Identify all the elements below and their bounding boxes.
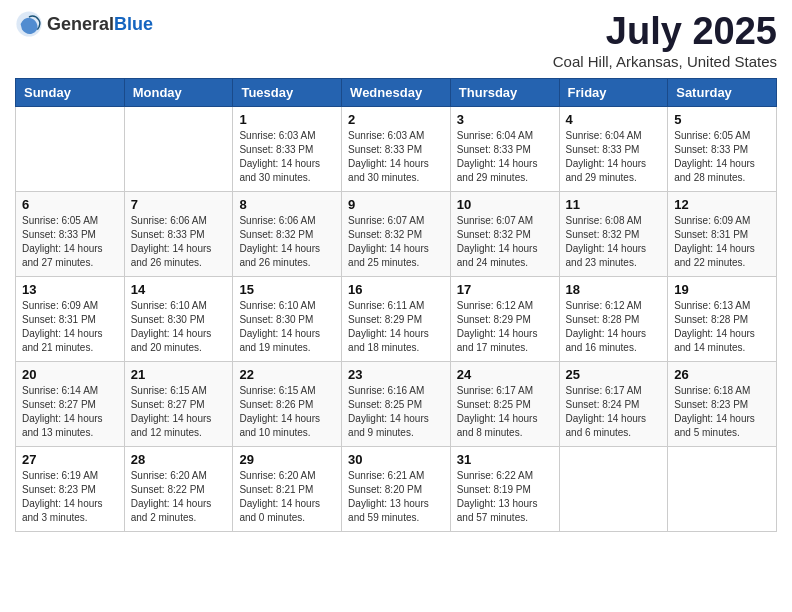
day-number: 26	[674, 367, 770, 382]
calendar-cell: 31Sunrise: 6:22 AM Sunset: 8:19 PM Dayli…	[450, 447, 559, 532]
calendar-cell: 18Sunrise: 6:12 AM Sunset: 8:28 PM Dayli…	[559, 277, 668, 362]
calendar-cell: 12Sunrise: 6:09 AM Sunset: 8:31 PM Dayli…	[668, 192, 777, 277]
day-number: 19	[674, 282, 770, 297]
weekday-header-saturday: Saturday	[668, 79, 777, 107]
calendar-cell: 23Sunrise: 6:16 AM Sunset: 8:25 PM Dayli…	[342, 362, 451, 447]
week-row-2: 6Sunrise: 6:05 AM Sunset: 8:33 PM Daylig…	[16, 192, 777, 277]
day-number: 6	[22, 197, 118, 212]
week-row-5: 27Sunrise: 6:19 AM Sunset: 8:23 PM Dayli…	[16, 447, 777, 532]
day-info: Sunrise: 6:20 AM Sunset: 8:21 PM Dayligh…	[239, 469, 335, 525]
day-number: 22	[239, 367, 335, 382]
calendar: SundayMondayTuesdayWednesdayThursdayFrid…	[15, 78, 777, 532]
day-info: Sunrise: 6:12 AM Sunset: 8:28 PM Dayligh…	[566, 299, 662, 355]
day-number: 2	[348, 112, 444, 127]
day-number: 24	[457, 367, 553, 382]
day-info: Sunrise: 6:06 AM Sunset: 8:32 PM Dayligh…	[239, 214, 335, 270]
day-number: 17	[457, 282, 553, 297]
day-info: Sunrise: 6:10 AM Sunset: 8:30 PM Dayligh…	[131, 299, 227, 355]
day-info: Sunrise: 6:06 AM Sunset: 8:33 PM Dayligh…	[131, 214, 227, 270]
calendar-cell: 15Sunrise: 6:10 AM Sunset: 8:30 PM Dayli…	[233, 277, 342, 362]
day-info: Sunrise: 6:19 AM Sunset: 8:23 PM Dayligh…	[22, 469, 118, 525]
calendar-cell: 14Sunrise: 6:10 AM Sunset: 8:30 PM Dayli…	[124, 277, 233, 362]
calendar-cell: 10Sunrise: 6:07 AM Sunset: 8:32 PM Dayli…	[450, 192, 559, 277]
calendar-cell: 3Sunrise: 6:04 AM Sunset: 8:33 PM Daylig…	[450, 107, 559, 192]
day-info: Sunrise: 6:09 AM Sunset: 8:31 PM Dayligh…	[22, 299, 118, 355]
calendar-cell	[559, 447, 668, 532]
calendar-cell: 29Sunrise: 6:20 AM Sunset: 8:21 PM Dayli…	[233, 447, 342, 532]
calendar-cell: 24Sunrise: 6:17 AM Sunset: 8:25 PM Dayli…	[450, 362, 559, 447]
day-info: Sunrise: 6:15 AM Sunset: 8:26 PM Dayligh…	[239, 384, 335, 440]
day-number: 20	[22, 367, 118, 382]
day-info: Sunrise: 6:16 AM Sunset: 8:25 PM Dayligh…	[348, 384, 444, 440]
day-number: 18	[566, 282, 662, 297]
weekday-header-friday: Friday	[559, 79, 668, 107]
weekday-header-wednesday: Wednesday	[342, 79, 451, 107]
day-info: Sunrise: 6:03 AM Sunset: 8:33 PM Dayligh…	[239, 129, 335, 185]
calendar-cell: 28Sunrise: 6:20 AM Sunset: 8:22 PM Dayli…	[124, 447, 233, 532]
calendar-cell: 22Sunrise: 6:15 AM Sunset: 8:26 PM Dayli…	[233, 362, 342, 447]
calendar-cell: 6Sunrise: 6:05 AM Sunset: 8:33 PM Daylig…	[16, 192, 125, 277]
title-area: July 2025 Coal Hill, Arkansas, United St…	[553, 10, 777, 70]
day-number: 23	[348, 367, 444, 382]
calendar-cell: 5Sunrise: 6:05 AM Sunset: 8:33 PM Daylig…	[668, 107, 777, 192]
day-number: 13	[22, 282, 118, 297]
day-number: 16	[348, 282, 444, 297]
day-info: Sunrise: 6:11 AM Sunset: 8:29 PM Dayligh…	[348, 299, 444, 355]
day-info: Sunrise: 6:12 AM Sunset: 8:29 PM Dayligh…	[457, 299, 553, 355]
day-info: Sunrise: 6:08 AM Sunset: 8:32 PM Dayligh…	[566, 214, 662, 270]
day-number: 3	[457, 112, 553, 127]
day-number: 31	[457, 452, 553, 467]
day-info: Sunrise: 6:15 AM Sunset: 8:27 PM Dayligh…	[131, 384, 227, 440]
day-info: Sunrise: 6:17 AM Sunset: 8:24 PM Dayligh…	[566, 384, 662, 440]
calendar-cell: 19Sunrise: 6:13 AM Sunset: 8:28 PM Dayli…	[668, 277, 777, 362]
logo-blue: Blue	[114, 14, 153, 34]
day-info: Sunrise: 6:22 AM Sunset: 8:19 PM Dayligh…	[457, 469, 553, 525]
calendar-cell: 27Sunrise: 6:19 AM Sunset: 8:23 PM Dayli…	[16, 447, 125, 532]
day-info: Sunrise: 6:03 AM Sunset: 8:33 PM Dayligh…	[348, 129, 444, 185]
day-number: 28	[131, 452, 227, 467]
week-row-1: 1Sunrise: 6:03 AM Sunset: 8:33 PM Daylig…	[16, 107, 777, 192]
day-number: 5	[674, 112, 770, 127]
day-number: 9	[348, 197, 444, 212]
day-info: Sunrise: 6:05 AM Sunset: 8:33 PM Dayligh…	[22, 214, 118, 270]
day-info: Sunrise: 6:10 AM Sunset: 8:30 PM Dayligh…	[239, 299, 335, 355]
weekday-header-row: SundayMondayTuesdayWednesdayThursdayFrid…	[16, 79, 777, 107]
day-number: 27	[22, 452, 118, 467]
day-number: 4	[566, 112, 662, 127]
calendar-cell	[124, 107, 233, 192]
calendar-cell: 2Sunrise: 6:03 AM Sunset: 8:33 PM Daylig…	[342, 107, 451, 192]
calendar-cell: 4Sunrise: 6:04 AM Sunset: 8:33 PM Daylig…	[559, 107, 668, 192]
day-number: 7	[131, 197, 227, 212]
day-number: 11	[566, 197, 662, 212]
day-info: Sunrise: 6:13 AM Sunset: 8:28 PM Dayligh…	[674, 299, 770, 355]
calendar-cell: 25Sunrise: 6:17 AM Sunset: 8:24 PM Dayli…	[559, 362, 668, 447]
day-number: 1	[239, 112, 335, 127]
weekday-header-sunday: Sunday	[16, 79, 125, 107]
day-info: Sunrise: 6:05 AM Sunset: 8:33 PM Dayligh…	[674, 129, 770, 185]
page-header: GeneralBlue July 2025 Coal Hill, Arkansa…	[15, 10, 777, 70]
calendar-cell: 7Sunrise: 6:06 AM Sunset: 8:33 PM Daylig…	[124, 192, 233, 277]
logo-general: General	[47, 14, 114, 34]
main-title: July 2025	[553, 10, 777, 53]
calendar-cell: 16Sunrise: 6:11 AM Sunset: 8:29 PM Dayli…	[342, 277, 451, 362]
weekday-header-monday: Monday	[124, 79, 233, 107]
day-info: Sunrise: 6:21 AM Sunset: 8:20 PM Dayligh…	[348, 469, 444, 525]
calendar-cell: 13Sunrise: 6:09 AM Sunset: 8:31 PM Dayli…	[16, 277, 125, 362]
day-number: 14	[131, 282, 227, 297]
day-info: Sunrise: 6:04 AM Sunset: 8:33 PM Dayligh…	[566, 129, 662, 185]
day-info: Sunrise: 6:14 AM Sunset: 8:27 PM Dayligh…	[22, 384, 118, 440]
day-number: 8	[239, 197, 335, 212]
calendar-cell	[16, 107, 125, 192]
subtitle: Coal Hill, Arkansas, United States	[553, 53, 777, 70]
calendar-cell	[668, 447, 777, 532]
day-number: 21	[131, 367, 227, 382]
week-row-4: 20Sunrise: 6:14 AM Sunset: 8:27 PM Dayli…	[16, 362, 777, 447]
calendar-cell: 8Sunrise: 6:06 AM Sunset: 8:32 PM Daylig…	[233, 192, 342, 277]
day-number: 25	[566, 367, 662, 382]
calendar-cell: 21Sunrise: 6:15 AM Sunset: 8:27 PM Dayli…	[124, 362, 233, 447]
calendar-cell: 17Sunrise: 6:12 AM Sunset: 8:29 PM Dayli…	[450, 277, 559, 362]
day-info: Sunrise: 6:09 AM Sunset: 8:31 PM Dayligh…	[674, 214, 770, 270]
day-info: Sunrise: 6:04 AM Sunset: 8:33 PM Dayligh…	[457, 129, 553, 185]
calendar-cell: 26Sunrise: 6:18 AM Sunset: 8:23 PM Dayli…	[668, 362, 777, 447]
calendar-cell: 9Sunrise: 6:07 AM Sunset: 8:32 PM Daylig…	[342, 192, 451, 277]
